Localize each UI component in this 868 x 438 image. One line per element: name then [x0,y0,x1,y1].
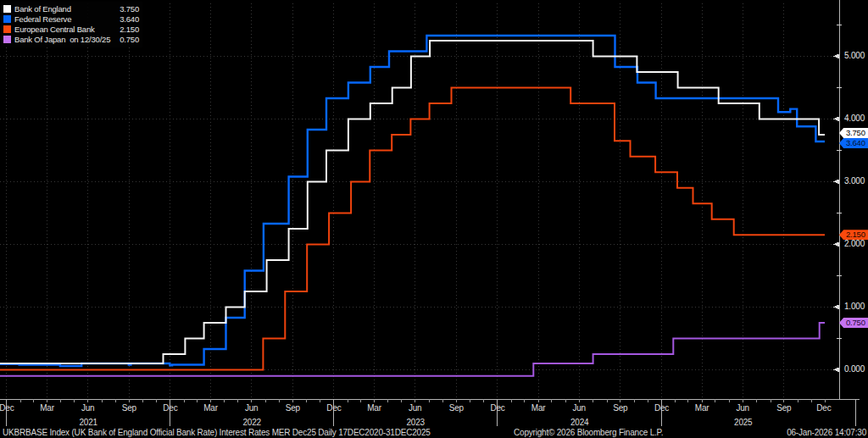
x-axis-quarter-label: Sep [286,403,300,413]
x-axis-year-label: 2023 [406,418,424,427]
legend-item-value: 0.750 [120,35,139,44]
legend-color-swatch [3,15,11,23]
x-axis-quarter-label: Jun [409,403,422,413]
y-axis-tick-label: 0.000 [844,364,868,374]
x-axis-quarter-label: Dec [816,403,831,413]
x-axis-year-label: 2024 [570,418,588,427]
timestamp: 06-Jan-2026 14:07:30 [787,428,866,437]
x-axis-quarter-label: Mar [203,403,218,413]
x-axis-year-label: 2021 [79,418,97,427]
legend-color-swatch [3,25,11,33]
legend-item-value: 3.750 [120,4,139,14]
x-axis-quarter-label: Jun [572,403,586,413]
bloomberg-chart-window: Bank of England3.750Federal Reserve3.640… [0,0,868,438]
y-axis-tick-label: 3.000 [844,176,868,186]
last-price-badge: 3.750 [839,128,868,138]
legend-item-note: on 12/30/25 [70,35,110,44]
legend-item-label: European Central Bank [14,25,95,34]
x-axis-year-label: 2022 [242,418,260,427]
x-axis-quarter-label: Mar [40,403,54,413]
legend-item-bank-of-england[interactable]: Bank of England3.750 [3,4,139,14]
chart-canvas[interactable] [0,0,868,438]
y-axis-tick-label: 2.000 [844,239,868,249]
series-line-bank-of-england [0,41,825,363]
legend-color-swatch [3,5,11,13]
axes [0,0,860,426]
series-line-bank-of-japan [0,323,825,376]
x-axis-quarter-label: Sep [776,403,791,413]
legend-color-swatch [3,36,11,43]
security-description: UKBRBASE Index (UK Bank of England Offic… [3,428,431,437]
x-axis-quarter-label: Dec [0,403,14,413]
x-axis-year-label: 2025 [734,418,752,427]
x-axis-quarter-label: Dec [654,403,669,413]
x-axis-quarter-label: Sep [613,403,627,413]
legend-item-label: Federal Reserve [14,14,71,24]
x-axis-quarter-label: Sep [449,403,464,413]
last-price-badge: 0.750 [839,318,868,328]
status-bar: UKBRBASE Index (UK Bank of England Offic… [0,427,868,438]
copyright-text: Copyright© 2026 Bloomberg Finance L.P. [514,428,663,437]
x-axis-quarter-label: Mar [695,403,709,413]
series-line-federal-reserve [0,36,825,366]
x-axis-quarter-label: Mar [531,403,546,413]
gridlines [0,3,839,399]
chart-legend[interactable]: Bank of England3.750Federal Reserve3.640… [1,2,142,47]
y-axis-tick-label: 1.000 [844,302,868,312]
last-price-badge: 3.640 [839,138,868,148]
legend-item-value: 3.640 [120,14,139,24]
legend-item-european-central-bank[interactable]: European Central Bank2.150 [3,25,139,34]
x-axis-quarter-label: Dec [163,403,177,413]
y-axis-tick-label: 5.000 [844,51,868,61]
x-axis-quarter-label: Dec [326,403,341,413]
series-line-european-central-bank [0,87,825,369]
last-price-badge: 2.150 [839,230,868,240]
legend-item-label: Bank Of Japan [14,35,65,44]
legend-item-value: 2.150 [120,25,139,34]
x-axis-quarter-label: Sep [122,403,136,413]
x-axis-quarter-label: Mar [367,403,381,413]
legend-item-label: Bank of England [14,4,71,14]
x-axis-quarter-label: Jun [736,403,749,413]
x-axis-quarter-label: Jun [81,403,95,413]
legend-item-bank-of-japan[interactable]: Bank Of Japanon 12/30/250.750 [3,35,139,44]
y-axis-tick-label: 4.000 [844,114,868,124]
x-axis-quarter-label: Dec [490,403,504,413]
x-axis-quarter-label: Jun [245,403,259,413]
legend-item-federal-reserve[interactable]: Federal Reserve3.640 [3,14,139,24]
